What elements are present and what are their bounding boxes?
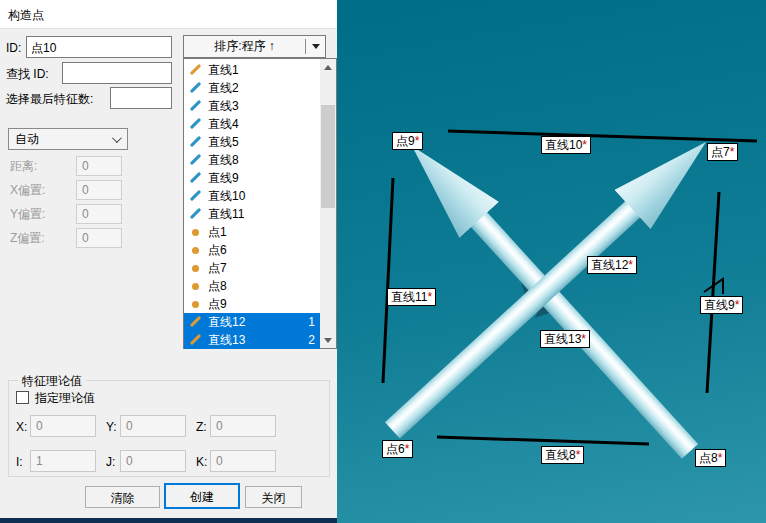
feature-type-icon [188, 189, 203, 203]
feature-label-text: 直线9 [704, 298, 735, 312]
feature-list-item[interactable]: 直线10 [184, 187, 320, 205]
feature-label-text: 点8 [699, 451, 718, 465]
feature-name: 直线1 [208, 62, 239, 79]
offset-input[interactable]: 0 [76, 228, 122, 248]
selection-order: 2 [308, 333, 318, 347]
chevron-down-icon [112, 133, 122, 143]
feature-type-icon [188, 99, 203, 113]
feature-label-star: * [576, 448, 581, 462]
feature-label-star: * [581, 332, 586, 346]
feature-name: 直线2 [208, 80, 239, 97]
line-right-zhixian9[interactable] [707, 192, 719, 393]
feature-list-item[interactable]: 点1 [184, 223, 320, 241]
line-bottom-zhixian8[interactable] [437, 437, 649, 444]
x-input[interactable]: 0 [30, 415, 96, 437]
z-input[interactable]: 0 [210, 415, 276, 437]
last-feature-count-input[interactable] [110, 87, 172, 109]
feature-list: 直线1 直线2 直线3 直线4 [184, 61, 320, 349]
feature-label[interactable]: 点6* [382, 440, 413, 458]
feature-list-item[interactable]: 直线8 [184, 151, 320, 169]
sort-label: 排序:程序 ↑ [184, 38, 305, 55]
close-button[interactable]: 关闭 [245, 486, 302, 508]
feature-list-item[interactable]: 直线5 [184, 133, 320, 151]
feature-type-icon [188, 333, 203, 347]
j-input[interactable]: 0 [120, 450, 186, 472]
feature-list-item[interactable]: 直线11 [184, 205, 320, 223]
feature-label-text: 直线11 [391, 290, 427, 304]
scroll-down-button[interactable] [320, 332, 336, 348]
feature-list-item[interactable]: 点7 [184, 259, 320, 277]
feature-name: 点6 [208, 242, 227, 259]
offset-input[interactable]: 0 [76, 156, 122, 176]
specify-theoretical-checkbox[interactable] [16, 391, 29, 404]
feature-name: 直线3 [208, 98, 239, 115]
sort-combobox[interactable]: 排序:程序 ↑ [183, 35, 326, 58]
feature-type-icon [188, 153, 203, 167]
feature-label-text: 直线8 [545, 448, 576, 462]
i-input[interactable]: 1 [30, 450, 96, 472]
y-input[interactable]: 0 [120, 415, 186, 437]
feature-name: 直线12 [208, 314, 245, 331]
id-label: ID: [6, 41, 21, 55]
offset-row: X偏置: 0 [10, 180, 122, 200]
window-bottom-border [0, 518, 337, 523]
feature-list-item[interactable]: 直线13 2 [184, 331, 320, 349]
offset-label: Y偏置: [10, 206, 76, 223]
feature-label[interactable]: 直线11* [387, 288, 436, 306]
feature-name: 直线10 [208, 188, 245, 205]
feature-label[interactable]: 直线10* [541, 136, 591, 154]
construct-mode-value: 自动 [15, 131, 39, 148]
offset-input[interactable]: 0 [76, 204, 122, 224]
feature-type-icon [188, 297, 203, 311]
feature-list-item[interactable]: 点8 [184, 277, 320, 295]
construct-point-window: 构造点 ID: 点10 排序:程序 ↑ 查找 ID: 选择最后特征数: 直线1 [0, 0, 766, 523]
feature-label-star: * [427, 290, 432, 304]
offset-input[interactable]: 0 [76, 180, 122, 200]
list-scrollbar[interactable] [320, 59, 336, 348]
id-input[interactable]: 点10 [26, 36, 172, 58]
feature-label[interactable]: 直线9* [700, 296, 743, 314]
feature-label[interactable]: 直线8* [541, 446, 584, 464]
feature-label[interactable]: 点7* [707, 143, 738, 161]
feature-label-star: * [735, 298, 740, 312]
feature-list-item[interactable]: 直线2 [184, 79, 320, 97]
feature-type-icon [188, 243, 203, 257]
feature-name: 直线11 [208, 206, 244, 223]
feature-label-star: * [405, 442, 410, 456]
find-id-input[interactable] [62, 62, 172, 84]
feature-list-item[interactable]: 直线9 [184, 169, 320, 187]
feature-label[interactable]: 点8* [695, 449, 726, 467]
construct-mode-select[interactable]: 自动 [8, 128, 128, 150]
construct-point-panel: 构造点 ID: 点10 排序:程序 ↑ 查找 ID: 选择最后特征数: 直线1 [0, 0, 337, 518]
clear-button[interactable]: 清除 [85, 486, 160, 508]
feature-label[interactable]: 直线13* [540, 330, 590, 348]
feature-label[interactable]: 点9* [392, 132, 423, 150]
dialog-title: 构造点 [0, 0, 337, 29]
line-left-zhixian11[interactable] [383, 178, 393, 383]
feature-label[interactable]: 直线12* [587, 256, 637, 274]
offset-row: Z偏置: 0 [10, 228, 122, 248]
scrollbar-thumb[interactable] [321, 105, 335, 208]
k-label: K: [196, 455, 207, 469]
scroll-up-button[interactable] [320, 59, 336, 75]
feature-type-icon [188, 81, 203, 95]
sort-dropdown-button[interactable] [306, 44, 325, 49]
feature-list-item[interactable]: 直线4 [184, 115, 320, 133]
line-top-zhixian10[interactable] [448, 131, 757, 141]
feature-type-icon [188, 171, 203, 185]
feature-list-item[interactable]: 直线3 [184, 97, 320, 115]
feature-list-item[interactable]: 点6 [184, 241, 320, 259]
3d-viewport[interactable]: 点9* 直线10* 点7* 直线12* 直线11* 直线9* 直线13* 点6*… [337, 0, 766, 523]
feature-list-item[interactable]: 点9 [184, 295, 320, 313]
j-label: J: [106, 455, 115, 469]
feature-type-icon [188, 135, 203, 149]
specify-theoretical-label: 指定理论值 [35, 390, 95, 407]
feature-type-icon [188, 279, 203, 293]
create-button[interactable]: 创建 [164, 483, 240, 509]
arrow-up-icon [324, 65, 332, 70]
feature-list-item[interactable]: 直线12 1 [184, 313, 320, 331]
k-input[interactable]: 0 [210, 450, 276, 472]
feature-label-star: * [718, 451, 723, 465]
feature-listbox: 直线1 直线2 直线3 直线4 [183, 58, 337, 349]
feature-list-item[interactable]: 直线1 [184, 61, 320, 79]
